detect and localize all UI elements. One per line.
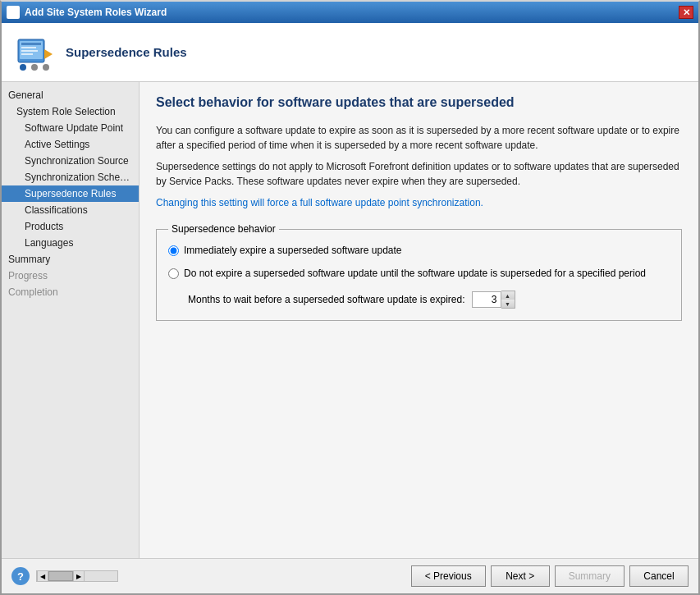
sidebar-item-classifications[interactable]: Classifications [2,202,139,218]
description3: Changing this setting will force a full … [156,195,682,210]
svg-rect-2 [21,43,41,45]
months-label: Months to wait before a superseded softw… [188,294,465,305]
sidebar-item-summary[interactable]: Summary [2,251,139,268]
sidebar-item-supersedence-rules[interactable]: Supersedence Rules [2,185,139,202]
previous-button[interactable]: < Previous [411,565,486,587]
page-title: Select behavior for software updates tha… [156,95,682,110]
sidebar-item-languages[interactable]: Languages [2,235,139,251]
svg-point-9 [43,64,49,71]
months-row: Months to wait before a superseded softw… [188,291,670,309]
wizard-window: 🖥 Add Site System Roles Wizard ✕ Superse… [0,0,700,595]
svg-rect-5 [21,53,33,55]
radio-immediate-label[interactable]: Immediately expire a superseded software… [184,245,401,256]
radio-option-delayed: Do not expire a superseded software upda… [168,268,670,279]
scrollbar[interactable]: ◀ ▶ [36,570,118,582]
months-spinner: ▲ ▼ [472,291,515,309]
sidebar-item-software-update-point[interactable]: Software Update Point [2,120,139,136]
header-icon [15,33,54,72]
sidebar-item-synchronization-schedule[interactable]: Synchronization Schedul... [2,169,139,185]
svg-rect-4 [21,50,38,52]
sidebar-item-system-role-selection[interactable]: System Role Selection [2,103,139,120]
content-area: General System Role Selection Software U… [2,82,698,558]
sidebar-item-general[interactable]: General [2,87,139,103]
header-title: Supersedence Rules [66,45,187,59]
sidebar-item-progress: Progress [2,268,139,284]
scrollbar-right[interactable]: ▶ [73,570,85,582]
summary-button[interactable]: Summary [555,565,625,587]
supersedence-behavior-group: Supersedence behavior Immediately expire… [156,223,682,321]
main-panel: Select behavior for software updates tha… [140,82,698,558]
title-bar-left: 🖥 Add Site System Roles Wizard [7,6,167,19]
wizard-header: Supersedence Rules [2,23,698,82]
svg-rect-3 [21,47,36,48]
close-button[interactable]: ✕ [679,6,693,19]
months-input[interactable] [472,291,501,308]
footer-area: ? ◀ ▶ < Previous Next > Summary Cancel [2,558,698,593]
title-bar: 🖥 Add Site System Roles Wizard ✕ [2,2,698,23]
svg-marker-6 [44,49,53,59]
sidebar-item-products[interactable]: Products [2,218,139,235]
description1: You can configure a software update to e… [156,123,682,153]
radio-option-immediate: Immediately expire a superseded software… [168,245,670,256]
radio-immediate[interactable] [168,245,179,256]
scrollbar-left[interactable]: ◀ [37,570,48,582]
spinner-down[interactable]: ▼ [501,300,515,308]
next-button[interactable]: Next > [491,565,550,587]
sidebar-item-active-settings[interactable]: Active Settings [2,136,139,153]
window-title: Add Site System Roles Wizard [25,7,167,18]
scrollbar-thumb[interactable] [48,571,73,581]
cancel-button[interactable]: Cancel [629,565,689,587]
footer-buttons: < Previous Next > Summary Cancel [411,565,689,587]
sidebar: General System Role Selection Software U… [2,82,140,558]
spinner-buttons: ▲ ▼ [501,291,515,309]
svg-point-7 [20,64,26,71]
description2: Supersedence settings do not apply to Mi… [156,159,682,189]
help-icon[interactable]: ? [11,567,30,585]
sidebar-item-completion: Completion [2,284,139,300]
sidebar-item-synchronization-source[interactable]: Synchronization Source [2,153,139,169]
description-block: You can configure a software update to e… [156,123,682,210]
radio-delayed[interactable] [168,268,179,279]
spinner-up[interactable]: ▲ [501,291,515,300]
svg-point-8 [31,64,38,71]
wizard-title-icon: 🖥 [7,6,20,19]
footer-left: ? ◀ ▶ [11,567,118,585]
group-legend: Supersedence behavior [168,223,279,235]
radio-delayed-label[interactable]: Do not expire a superseded software upda… [184,268,646,279]
